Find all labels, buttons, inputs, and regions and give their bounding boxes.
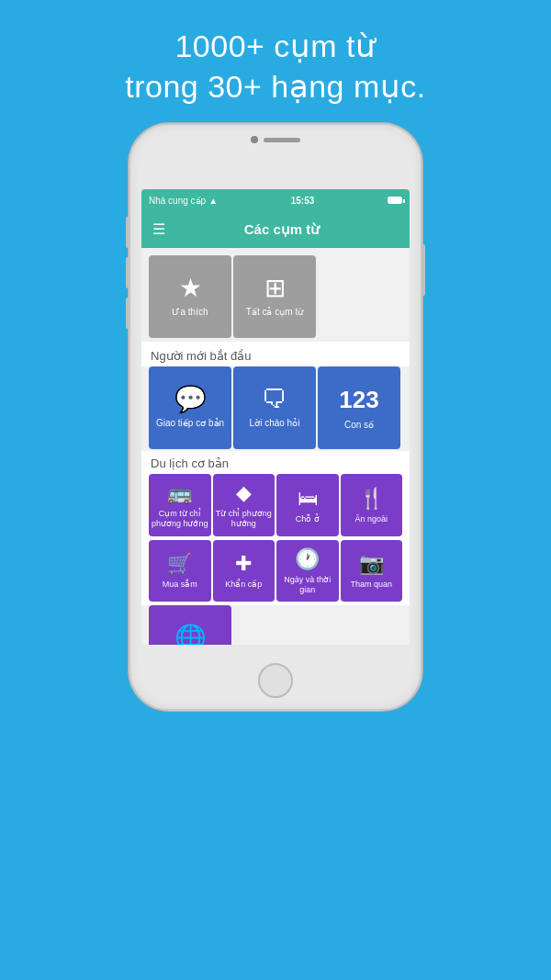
tile-directions-phrases[interactable]: 🚌 Cụm từ chỉ phương hướng bbox=[149, 474, 211, 536]
favorites-label: Ưa thích bbox=[172, 307, 208, 318]
basic-comm-label: Giao tiếp cơ bản bbox=[156, 418, 224, 429]
diamond-icon: ◆ bbox=[236, 481, 252, 505]
app-title: Các cụm từ bbox=[165, 221, 399, 238]
wifi-icon: ▲ bbox=[208, 196, 218, 206]
provider-label: Nhà cung cấp bbox=[149, 196, 206, 206]
star-icon: ★ bbox=[179, 276, 202, 301]
bed-icon: 🛏 bbox=[298, 487, 318, 511]
globe-icon: 🌐 bbox=[174, 625, 207, 645]
numbers-num: 123 bbox=[339, 386, 378, 414]
camera-icon: 📷 bbox=[359, 552, 384, 576]
tile-emergency[interactable]: ✚ Khẩn cấp bbox=[213, 540, 276, 603]
tile-direction-words[interactable]: ◆ Từ chỉ phương hướng bbox=[213, 474, 276, 536]
phone-notch bbox=[251, 136, 300, 143]
tile-date-time[interactable]: 🕐 Ngày và thời gian bbox=[276, 540, 339, 603]
battery-fill bbox=[388, 197, 401, 203]
section2-row2: 🛒 Mua sắm ✚ Khẩn cấp 🕐 Ngày và thời gian… bbox=[141, 540, 410, 604]
battery-icon bbox=[388, 197, 402, 204]
tile-favorites[interactable]: ★ Ưa thích bbox=[149, 255, 231, 338]
speaker-bar bbox=[264, 138, 300, 142]
phone-screen: Nhà cung cấp ▲ 15:53 ☰ Các cụm từ ★ Ưa t… bbox=[141, 189, 410, 645]
menu-icon[interactable]: ☰ bbox=[152, 222, 165, 237]
tile-accommodation[interactable]: 🛏 Chỗ ở bbox=[276, 474, 339, 536]
tile-numbers[interactable]: 123 Con số bbox=[318, 366, 400, 449]
section1-label: Người mới bắt đầu bbox=[141, 342, 410, 366]
status-left: Nhà cung cấp ▲ bbox=[149, 196, 218, 206]
cart-icon: 🛒 bbox=[167, 552, 192, 576]
speech-icon: 🗨 bbox=[262, 387, 287, 412]
section1-tiles: 💬 Giao tiếp cơ bản 🗨 Lời chào hỏi 123 Co… bbox=[141, 366, 410, 451]
fork-icon: 🍴 bbox=[359, 487, 384, 511]
camera-dot bbox=[251, 136, 258, 143]
status-time: 15:53 bbox=[291, 196, 315, 206]
accom-label: Chỗ ở bbox=[294, 514, 321, 524]
tile-countries[interactable]: 🌐 Các quốc gia bbox=[149, 605, 231, 645]
tile-shopping[interactable]: 🛒 Mua sắm bbox=[149, 540, 211, 603]
sightseeing-label: Tham quan bbox=[348, 580, 394, 590]
status-bar: Nhà cung cấp ▲ 15:53 bbox=[141, 189, 410, 211]
extra-tile-row: 🌐 Các quốc gia bbox=[141, 605, 410, 645]
section2-row1: 🚌 Cụm từ chỉ phương hướng ◆ Từ chỉ phươn… bbox=[141, 474, 410, 538]
tile-greetings[interactable]: 🗨 Lời chào hỏi bbox=[233, 366, 316, 449]
all-phrases-label: Tất cả cụm từ bbox=[246, 307, 303, 318]
home-button[interactable] bbox=[258, 663, 293, 698]
top-tiles-row: ★ Ưa thích ⊞ Tất cả cụm từ bbox=[141, 248, 410, 342]
eat-label: Ăn ngoài bbox=[353, 514, 389, 524]
app-header: ☰ Các cụm từ bbox=[141, 211, 410, 248]
section2-label: Du lịch cơ bản bbox=[141, 451, 410, 474]
clock-icon: 🕐 bbox=[295, 547, 320, 571]
chat-icon: 💬 bbox=[174, 387, 207, 412]
phone-mockup: Nhà cung cấp ▲ 15:53 ☰ Các cụm từ ★ Ưa t… bbox=[129, 123, 422, 711]
plus-icon: ✚ bbox=[235, 552, 252, 576]
tile-eating-out[interactable]: 🍴 Ăn ngoài bbox=[341, 474, 403, 536]
emergency-label: Khẩn cấp bbox=[223, 580, 264, 590]
dir-phrases-label: Cụm từ chỉ phương hướng bbox=[149, 509, 211, 529]
numbers-label: Con số bbox=[344, 420, 374, 431]
tile-basic-communication[interactable]: 💬 Giao tiếp cơ bản bbox=[149, 366, 231, 449]
datetime-label: Ngày và thời gian bbox=[276, 575, 339, 595]
screen-content[interactable]: ★ Ưa thích ⊞ Tất cả cụm từ Người mới bắt… bbox=[141, 248, 410, 645]
bus-icon: 🚌 bbox=[167, 481, 192, 505]
hero-text: 1000+ cụm từ trong 30+ hạng mục. bbox=[125, 26, 426, 107]
shopping-label: Mua sắm bbox=[161, 580, 199, 590]
greetings-label: Lời chào hỏi bbox=[250, 418, 300, 429]
grid-icon: ⊞ bbox=[264, 276, 286, 301]
status-right bbox=[388, 197, 402, 204]
tile-sightseeing[interactable]: 📷 Tham quan bbox=[341, 540, 403, 603]
dir-words-label: Từ chỉ phương hướng bbox=[213, 509, 276, 529]
tile-all-phrases[interactable]: ⊞ Tất cả cụm từ bbox=[233, 255, 316, 338]
